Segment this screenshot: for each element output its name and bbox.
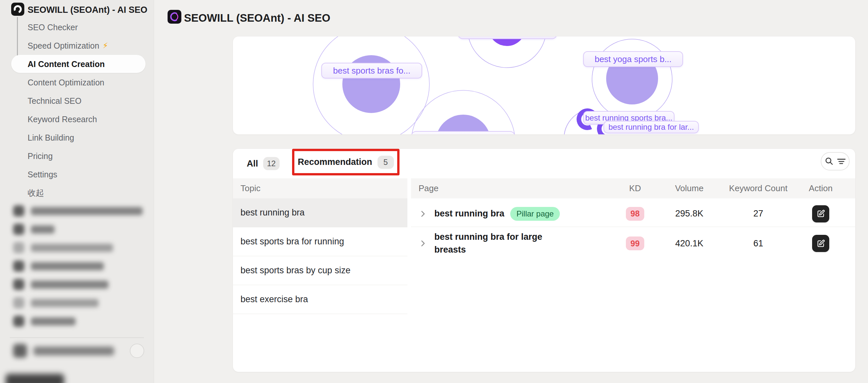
topic-row[interactable]: best sports bra for running <box>233 227 407 256</box>
topics-panel: Topic best running bra best sports bra f… <box>233 178 407 372</box>
redacted-label <box>31 207 143 215</box>
sidebar-nav: SEO Checker Speed Optimization⚡ AI Conte… <box>0 18 154 202</box>
tabs-bar: All 12 Recommendation 5 <box>233 149 855 178</box>
sidebar-item-label: Speed Optimization <box>28 41 99 51</box>
redacted-item[interactable] <box>0 220 154 238</box>
search-icon <box>824 156 834 166</box>
sidebar-item-label: Technical SEO <box>28 96 82 106</box>
table-row: best running bra for large breasts 99 42… <box>411 227 855 260</box>
topic-pill[interactable]: best sports bras fo... <box>321 63 422 78</box>
search-filter-button[interactable] <box>821 152 849 170</box>
sidebar-item-link-building[interactable]: Link Building <box>0 128 154 147</box>
redacted-label <box>31 225 55 233</box>
edit-icon <box>816 209 825 218</box>
topic-pill-clipped-top[interactable] <box>458 36 557 39</box>
page-name[interactable]: best running bra for large breasts <box>434 231 546 256</box>
redacted-app-icon <box>13 260 24 272</box>
redacted-store-name <box>33 347 114 355</box>
topic-bubble-chart: best sports bras fo... best yoga sports … <box>232 36 856 135</box>
keywords-table-card: All 12 Recommendation 5 <box>232 149 856 372</box>
column-header-volume: Volume <box>658 183 720 193</box>
topic-pill[interactable]: best yoga sports b... <box>583 51 683 67</box>
sidebar-item-seo-checker[interactable]: SEO Checker <box>0 18 154 36</box>
page-logo-icon <box>167 10 181 24</box>
sidebar-store-row[interactable] <box>0 342 154 360</box>
pages-panel: Page KD Volume Keyword Count Action best… <box>411 178 855 372</box>
redacted-app-icon <box>13 279 24 290</box>
redacted-item[interactable] <box>0 275 154 294</box>
annotation-red-box: Recommendation 5 <box>292 149 400 175</box>
sidebar-item-speed-optimization[interactable]: Speed Optimization⚡ <box>0 36 154 55</box>
edit-button[interactable] <box>812 205 829 222</box>
column-header-keyword-count: Keyword Count <box>720 183 796 193</box>
volume-value: 295.8K <box>675 209 704 219</box>
redacted-app-icon <box>13 297 24 309</box>
topic-pill[interactable]: best running bra for lar... <box>603 121 699 133</box>
redacted-item[interactable] <box>0 202 154 220</box>
sidebar-item-label: SEO Checker <box>28 23 78 32</box>
panel-gutter <box>407 178 411 372</box>
sidebar-item-label: Content Optimization <box>28 78 104 87</box>
redacted-bottom-badge <box>6 374 64 383</box>
sidebar-item-pricing[interactable]: Pricing <box>0 147 154 165</box>
lightning-icon: ⚡ <box>102 41 108 50</box>
kd-badge: 98 <box>626 207 644 221</box>
column-header-action: Action <box>796 183 855 193</box>
sidebar-item-label: Link Building <box>28 133 74 142</box>
column-header-page: Page <box>411 183 612 193</box>
sidebar-item-content-optimization[interactable]: Content Optimization <box>0 73 154 92</box>
sidebar-item-settings[interactable]: Settings <box>0 165 154 184</box>
sidebar-item-keyword-research[interactable]: Keyword Research <box>0 110 154 128</box>
sidebar-item-technical-seo[interactable]: Technical SEO <box>0 92 154 110</box>
topic-row[interactable]: best exercise bra <box>233 285 407 314</box>
redacted-app-icon <box>13 205 24 217</box>
pages-rows: best running bra Pillar page 98 295.8K 2… <box>411 198 855 260</box>
pages-header-row: Page KD Volume Keyword Count Action <box>411 178 855 198</box>
redacted-label <box>31 299 99 307</box>
keyword-count-value: 61 <box>753 238 763 249</box>
redacted-label <box>31 262 104 270</box>
redacted-label <box>31 281 108 289</box>
page-title: SEOWILL (SEOAnt) - AI SEO <box>184 12 331 24</box>
bubble-circles <box>233 36 856 135</box>
app-root: SEOWILL (SEOAnt) - AI SEO SEO Checker Sp… <box>0 0 868 383</box>
app-logo-icon[interactable] <box>11 3 24 16</box>
store-icon <box>13 344 27 358</box>
sidebar-item-ai-content-creation[interactable]: AI Content Creation <box>0 55 154 73</box>
table-row: best running bra Pillar page 98 295.8K 2… <box>411 201 855 227</box>
page-name[interactable]: best running bra <box>434 207 504 220</box>
redacted-item[interactable] <box>0 238 154 257</box>
tab-all[interactable]: All 12 <box>247 149 280 178</box>
edit-button[interactable] <box>812 235 829 252</box>
topic-row[interactable]: best sports bras by cup size <box>233 256 407 285</box>
expand-chevron-icon[interactable] <box>418 239 427 248</box>
redacted-item[interactable] <box>0 312 154 330</box>
redacted-store <box>13 344 114 358</box>
edit-icon <box>816 239 825 248</box>
sidebar-item-label: Keyword Research <box>28 115 97 124</box>
sidebar-item-label: 收起 <box>28 188 44 198</box>
table-region: Topic best running bra best sports bra f… <box>233 178 855 372</box>
sidebar-item-collapse[interactable]: 收起 <box>0 184 154 202</box>
sidebar-item-label: AI Content Creation <box>28 59 105 69</box>
tab-recommendation-count-badge: 5 <box>377 156 394 169</box>
keyword-count-value: 27 <box>753 209 763 219</box>
sidebar-item-label: Settings <box>28 170 57 179</box>
sidebar: SEOWILL (SEOAnt) - AI SEO SEO Checker Sp… <box>0 0 154 383</box>
tab-recommendation-label[interactable]: Recommendation <box>298 157 372 167</box>
sidebar-redacted-apps <box>0 202 154 330</box>
sidebar-divider <box>10 337 144 338</box>
expand-chevron-icon[interactable] <box>418 210 427 218</box>
column-header-kd: KD <box>612 183 658 193</box>
collapse-circle-button[interactable] <box>130 344 144 358</box>
redacted-label <box>31 317 75 325</box>
redacted-app-icon <box>13 242 24 253</box>
redacted-app-icon <box>13 316 24 327</box>
topic-pill-clipped-bottom[interactable] <box>411 131 515 135</box>
volume-value: 420.1K <box>675 238 704 249</box>
pillar-page-badge: Pillar page <box>510 207 560 221</box>
topic-row-selected[interactable]: best running bra <box>233 198 407 227</box>
kd-badge: 99 <box>626 236 644 250</box>
redacted-item[interactable] <box>0 294 154 312</box>
redacted-item[interactable] <box>0 257 154 275</box>
